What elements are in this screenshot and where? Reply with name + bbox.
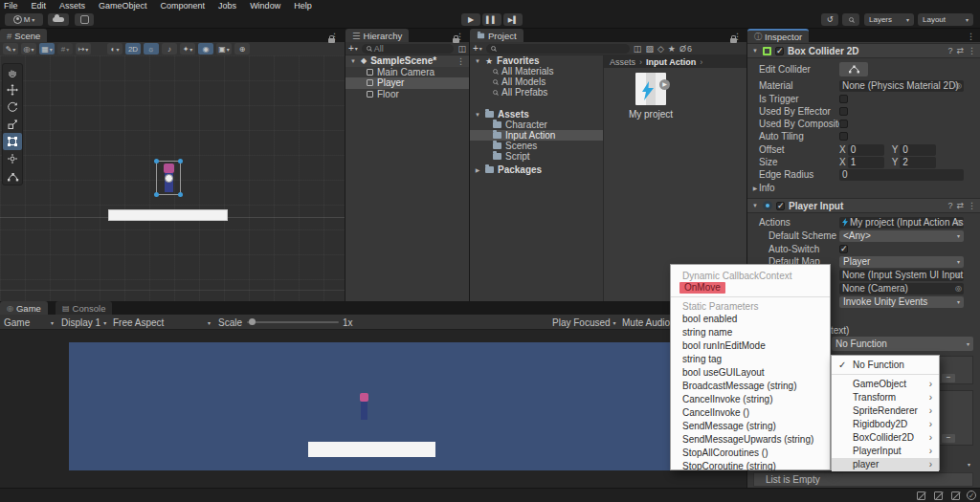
gizmos-dropdown[interactable]: ◎▾ bbox=[21, 43, 36, 55]
tab-scene[interactable]: # Scene bbox=[0, 29, 47, 42]
object-picker-icon[interactable]: ◎ bbox=[955, 81, 962, 90]
foldout-icon[interactable]: ▼ bbox=[751, 48, 759, 54]
menu-jobs[interactable]: Jobs bbox=[218, 1, 236, 11]
scene-visibility-toggle[interactable]: ◉ bbox=[198, 43, 213, 55]
foldout-icon[interactable]: ▼ bbox=[349, 58, 357, 64]
player-input-header[interactable]: ▼ Player Input ? ⇄ ⋮ bbox=[747, 198, 980, 213]
foldout-icon[interactable]: ▼ bbox=[474, 58, 481, 64]
edit-collider-button[interactable] bbox=[839, 62, 868, 76]
player-selection-box[interactable] bbox=[156, 161, 181, 195]
favorites-row[interactable]: ▼ ★ Favorites bbox=[470, 55, 603, 66]
foldout-icon[interactable]: ▼ bbox=[751, 203, 759, 208]
search-button[interactable] bbox=[842, 13, 859, 26]
lighting-toggle[interactable]: ☼ bbox=[144, 43, 159, 55]
breadcrumb-root[interactable]: Assets bbox=[610, 57, 635, 67]
fav-all-models[interactable]: All Models bbox=[470, 76, 603, 87]
status-check-icon[interactable]: ✓ bbox=[967, 491, 976, 500]
game-display-mode-dropdown[interactable]: Game▾ bbox=[4, 316, 54, 328]
inspector-menu-icon[interactable]: ⋮ bbox=[967, 32, 975, 41]
object-picker-icon[interactable]: ◎ bbox=[955, 271, 962, 279]
play-button[interactable]: ▶ bbox=[461, 13, 480, 26]
2d-toggle[interactable]: 2D bbox=[125, 43, 141, 55]
rect-tool[interactable] bbox=[3, 133, 22, 150]
breadcrumb-current[interactable]: Input Action bbox=[646, 57, 696, 67]
move-tool[interactable] bbox=[3, 81, 22, 98]
pause-button[interactable]: ▌▌ bbox=[482, 13, 501, 26]
cloud-services-button[interactable] bbox=[48, 13, 69, 26]
scale-tool[interactable] bbox=[3, 116, 22, 133]
menu-item[interactable]: CancelInvoke (string) bbox=[671, 393, 830, 406]
presets-icon[interactable]: ⇄ bbox=[956, 201, 964, 210]
hierarchy-row-main-camera[interactable]: Main Camera bbox=[345, 67, 469, 78]
menu-gameobject[interactable]: GameObject bbox=[99, 1, 147, 11]
account-button[interactable]: M ▾ bbox=[5, 13, 43, 26]
scale-slider[interactable] bbox=[247, 316, 339, 328]
hierarchy-row-scene[interactable]: ▼ ◆ SampleScene* ⋮ bbox=[345, 55, 469, 67]
search-by-import-icon[interactable]: ▨ bbox=[645, 44, 654, 54]
tab-hierarchy[interactable]: ☰ Hierarchy bbox=[345, 29, 409, 42]
add-object-button[interactable]: +▾ bbox=[348, 43, 358, 54]
play-focused-dropdown[interactable]: Play Focused▾ bbox=[552, 316, 616, 328]
mute-audio-toggle[interactable]: Mute Audio bbox=[622, 316, 670, 328]
material-object-field[interactable]: None (Physics Material 2D) bbox=[839, 80, 964, 92]
grid-visibility-toggle[interactable]: ▦▾ bbox=[39, 43, 55, 55]
offset-x-field[interactable]: 0 bbox=[848, 144, 884, 156]
camera-object-field[interactable]: None (Camera) bbox=[839, 283, 964, 295]
behavior-dropdown[interactable]: Invoke Unity Events ▾ bbox=[839, 296, 964, 308]
search-by-type-icon[interactable]: ◫ bbox=[457, 44, 466, 54]
offset-y-field[interactable]: 0 bbox=[900, 144, 936, 156]
is-trigger-checkbox[interactable] bbox=[839, 95, 848, 103]
help-icon[interactable]: ? bbox=[947, 46, 952, 55]
effects-dropdown[interactable]: ✦▾ bbox=[180, 43, 195, 55]
menu-item[interactable]: SendMessageUpwards (string) bbox=[671, 433, 830, 447]
menu-edit[interactable]: Edit bbox=[32, 1, 47, 11]
lock-icon[interactable] bbox=[328, 38, 335, 43]
menu-item[interactable]: bool useGUILayout bbox=[671, 366, 830, 380]
menu-component[interactable]: Component bbox=[161, 1, 206, 11]
help-icon[interactable]: ? bbox=[947, 201, 952, 210]
add-asset-button[interactable]: +▾ bbox=[473, 43, 482, 54]
actions-object-field[interactable]: My project (Input Action Asset bbox=[839, 217, 964, 229]
auto-tiling-checkbox[interactable] bbox=[839, 132, 848, 141]
menu-item[interactable]: CancelInvoke () bbox=[671, 406, 830, 420]
menu-item-transform[interactable]: Transform› bbox=[832, 391, 939, 404]
display-dropdown[interactable]: Display 1▾ bbox=[61, 316, 107, 328]
used-by-composite-checkbox[interactable] bbox=[839, 120, 848, 128]
folder-input-action[interactable]: Input Action bbox=[470, 130, 603, 141]
floor-sprite[interactable] bbox=[108, 209, 228, 221]
asset-item-my-project[interactable]: ▶ My project bbox=[624, 73, 678, 120]
tab-game[interactable]: ◎ Game bbox=[0, 301, 48, 315]
object-picker-icon[interactable]: ◎ bbox=[955, 218, 962, 227]
menu-item-onmove[interactable]: OnMove bbox=[671, 282, 830, 294]
lock-icon[interactable] bbox=[730, 38, 737, 43]
menu-item[interactable]: bool runInEditMode bbox=[671, 339, 830, 353]
folder-script[interactable]: Script bbox=[470, 151, 603, 162]
edge-radius-field[interactable]: 0 bbox=[839, 169, 964, 181]
unity-hub-button[interactable] bbox=[75, 13, 94, 26]
presets-icon[interactable]: ⇄ bbox=[956, 46, 964, 55]
size-x-field[interactable]: 1 bbox=[848, 157, 884, 168]
default-map-dropdown[interactable]: Player ▾ bbox=[839, 256, 964, 268]
aspect-dropdown[interactable]: Free Aspect▾ bbox=[113, 316, 211, 328]
component-tools-button[interactable]: ⊕ bbox=[234, 43, 250, 55]
mute-notification-icon[interactable] bbox=[917, 491, 925, 500]
scene-menu-icon[interactable]: ⋮ bbox=[457, 56, 465, 66]
menu-item[interactable]: string tag bbox=[671, 353, 830, 366]
menu-item-boxcollider2d[interactable]: BoxCollider2D› bbox=[832, 431, 939, 445]
tab-inspector[interactable]: ⓘ Inspector bbox=[747, 29, 809, 42]
hierarchy-row-player[interactable]: Player bbox=[345, 77, 469, 89]
event-function-dropdown[interactable]: No Function ▾ bbox=[832, 337, 973, 351]
menu-item-no-function[interactable]: No Function bbox=[832, 359, 939, 372]
folder-character[interactable]: Character bbox=[470, 120, 603, 130]
hierarchy-row-floor[interactable]: Floor bbox=[345, 89, 469, 100]
hidden-packages-icon[interactable]: Ø bbox=[679, 44, 686, 54]
tab-console[interactable]: ▤ Console bbox=[56, 301, 112, 315]
project-search-input[interactable] bbox=[486, 44, 630, 54]
fav-all-materials[interactable]: All Materials bbox=[470, 66, 603, 76]
foldout-icon[interactable]: ▶ bbox=[474, 166, 481, 173]
menu-item-gameobject[interactable]: GameObject› bbox=[832, 378, 939, 391]
game-viewport[interactable] bbox=[69, 342, 670, 470]
menu-item[interactable]: StopCoroutine (string) bbox=[671, 460, 830, 473]
menu-item[interactable]: bool enabled bbox=[671, 313, 830, 326]
edit-collider-tool[interactable] bbox=[3, 167, 22, 185]
